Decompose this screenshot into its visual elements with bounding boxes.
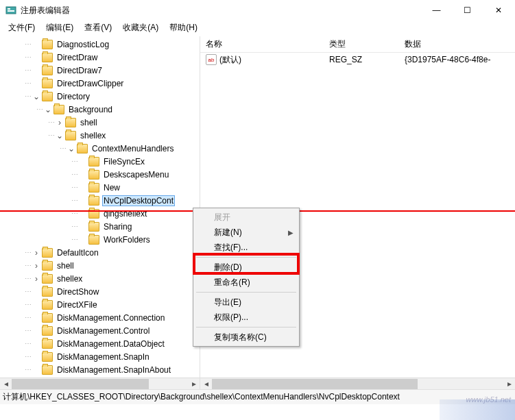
menu-help[interactable]: 帮助(H) bbox=[164, 21, 203, 35]
ctx-copy-key-name[interactable]: 复制项名称(C) bbox=[195, 330, 298, 345]
tree-item-label: DefaultIcon bbox=[56, 247, 100, 258]
menu-view[interactable]: 查看(V) bbox=[79, 21, 117, 35]
tree-guide: ⋯ bbox=[71, 210, 77, 217]
scroll-thumb[interactable] bbox=[212, 379, 418, 389]
expand-icon[interactable]: › bbox=[32, 249, 40, 257]
minimize-button[interactable]: — bbox=[421, 1, 452, 20]
folder-icon bbox=[42, 313, 53, 323]
tree-item[interactable]: ⋯DirectXFile bbox=[0, 298, 200, 311]
list-row[interactable]: ab (默认) REG_SZ {3D1975AF-48C6-4f8e- bbox=[200, 53, 515, 66]
svg-rect-1 bbox=[8, 8, 10, 10]
ctx-delete[interactable]: 删除(D) bbox=[195, 260, 298, 275]
tree-item[interactable]: ⋯›shell bbox=[0, 116, 200, 129]
tree-item-label: shellex bbox=[79, 130, 107, 141]
tree-guide: ⋯ bbox=[25, 66, 31, 74]
tree-item[interactable]: ⋯⌄shellex bbox=[0, 129, 200, 142]
tree-item[interactable]: ⋯DiskManagement.Connection bbox=[0, 311, 200, 324]
col-name[interactable]: 名称 bbox=[200, 38, 324, 50]
tree-guide: ⋯ bbox=[25, 262, 31, 269]
tree-item[interactable]: ⋯›shellex bbox=[0, 272, 200, 285]
tree-item-label: DiskManagement.Connection bbox=[56, 312, 166, 323]
string-value-icon: ab bbox=[206, 54, 217, 65]
tree-item[interactable]: ⋯DirectDrawClipper bbox=[0, 77, 200, 90]
scroll-left-icon[interactable]: ◂ bbox=[0, 378, 12, 390]
scroll-left-icon[interactable]: ◂ bbox=[200, 378, 212, 390]
tree-item[interactable]: ⋯FileSyncEx bbox=[0, 155, 200, 168]
folder-icon bbox=[42, 326, 53, 336]
menu-file[interactable]: 文件(F) bbox=[3, 21, 40, 35]
tree-item[interactable]: ⋯DiagnosticLog bbox=[0, 38, 200, 51]
tree-item-label: DiskManagement.Control bbox=[56, 325, 151, 336]
tree-guide: ⋯ bbox=[25, 301, 31, 308]
scroll-thumb[interactable] bbox=[12, 379, 149, 389]
tree-item-label: Background bbox=[67, 104, 114, 115]
tree-item[interactable]: ⋯⌄Directory bbox=[0, 90, 200, 103]
collapse-icon[interactable]: ⌄ bbox=[44, 106, 52, 114]
ctx-rename[interactable]: 重命名(R) bbox=[195, 275, 298, 290]
expand-icon[interactable]: › bbox=[32, 262, 40, 270]
tree-guide: ⋯ bbox=[25, 249, 31, 256]
tree-item[interactable]: ⋯⌄Background bbox=[0, 103, 200, 116]
tree-item[interactable]: ⋯WorkFolders bbox=[0, 233, 200, 246]
tree-item[interactable]: ⋯DiskManagement.SnapIn bbox=[0, 350, 200, 363]
ctx-export[interactable]: 导出(E) bbox=[195, 295, 298, 310]
cell-type: REG_SZ bbox=[324, 55, 399, 64]
tree-item[interactable]: ⋯NvCplDesktopCont bbox=[0, 194, 200, 207]
tree-guide: ⋯ bbox=[25, 92, 31, 100]
value-name: (默认) bbox=[219, 54, 241, 66]
tree-item[interactable]: ⋯Sharing bbox=[0, 220, 200, 233]
tree-guide: ⋯ bbox=[71, 171, 77, 178]
collapse-icon[interactable]: ⌄ bbox=[32, 92, 40, 101]
tree-item-label: DirectDraw7 bbox=[56, 65, 104, 76]
tree-item-label: DirectDraw bbox=[56, 52, 99, 63]
tree-item-label: shell bbox=[56, 260, 75, 271]
tree-item-label: DiagnosticLog bbox=[56, 39, 110, 50]
expand-icon[interactable]: › bbox=[32, 275, 40, 283]
folder-icon bbox=[88, 170, 99, 180]
col-data[interactable]: 数据 bbox=[399, 38, 515, 50]
close-button[interactable]: ✕ bbox=[483, 1, 514, 20]
tree-item-label: ContextMenuHandlers bbox=[91, 143, 175, 154]
ctx-permissions[interactable]: 权限(P)... bbox=[195, 310, 298, 325]
menu-edit[interactable]: 编辑(E) bbox=[40, 21, 79, 35]
tree-item[interactable]: ⋯DirectDraw7 bbox=[0, 64, 200, 77]
collapse-icon[interactable]: ⌄ bbox=[67, 145, 75, 153]
tree-item-label: FileSyncEx bbox=[102, 156, 146, 167]
tree-item[interactable]: ⋯DiskManagement.DataObject bbox=[0, 337, 200, 350]
col-type[interactable]: 类型 bbox=[324, 38, 399, 50]
tree-item-label: WorkFolders bbox=[102, 234, 152, 245]
tree-item[interactable]: ⋯DirectDraw bbox=[0, 51, 200, 64]
expand-icon[interactable]: › bbox=[56, 119, 64, 127]
tree-item[interactable]: ⋯›shell bbox=[0, 259, 200, 272]
scroll-right-icon[interactable]: ▸ bbox=[188, 378, 200, 390]
tree-guide: ⋯ bbox=[25, 366, 31, 373]
tree-item-label: DiskManagement.SnapInAbout bbox=[56, 365, 172, 375]
folder-icon bbox=[42, 92, 53, 101]
tree-item[interactable]: ⋯qingshellext bbox=[0, 207, 200, 220]
tree-item[interactable]: ⋯DirectShow bbox=[0, 285, 200, 298]
menu-favorites[interactable]: 收藏夹(A) bbox=[117, 21, 164, 35]
tree-scrollbar[interactable]: ◂ ▸ bbox=[0, 378, 200, 389]
tree-item[interactable]: ⋯DiskManagement.SnapInAbout bbox=[0, 363, 200, 376]
separator bbox=[196, 257, 296, 258]
tree-item[interactable]: ⋯DeskscapesMenu bbox=[0, 168, 200, 181]
collapse-icon[interactable]: ⌄ bbox=[56, 132, 64, 140]
tree-item[interactable]: ⋯⌄ContextMenuHandlers bbox=[0, 142, 200, 155]
tree-item[interactable]: ⋯New bbox=[0, 181, 200, 194]
tree-item[interactable]: ⋯DiskManagement.Control bbox=[0, 324, 200, 337]
ctx-new[interactable]: 新建(N)▶ bbox=[195, 225, 298, 240]
folder-icon bbox=[42, 287, 53, 297]
watermark-text: www.jb51.net bbox=[466, 395, 511, 404]
tree-item-label: Directory bbox=[56, 91, 91, 102]
folder-icon bbox=[42, 79, 53, 88]
tree-item[interactable]: ⋯›DefaultIcon bbox=[0, 246, 200, 259]
scroll-right-icon[interactable]: ▸ bbox=[503, 378, 515, 390]
tree-guide: ⋯ bbox=[71, 158, 77, 165]
list-scrollbar[interactable]: ◂ ▸ bbox=[200, 378, 515, 389]
folder-icon bbox=[42, 365, 53, 375]
tree-guide: ⋯ bbox=[71, 197, 77, 204]
ctx-find[interactable]: 查找(F)... bbox=[195, 240, 298, 255]
maximize-button[interactable]: ☐ bbox=[452, 1, 483, 20]
folder-icon bbox=[42, 274, 53, 284]
folder-icon bbox=[88, 157, 99, 166]
